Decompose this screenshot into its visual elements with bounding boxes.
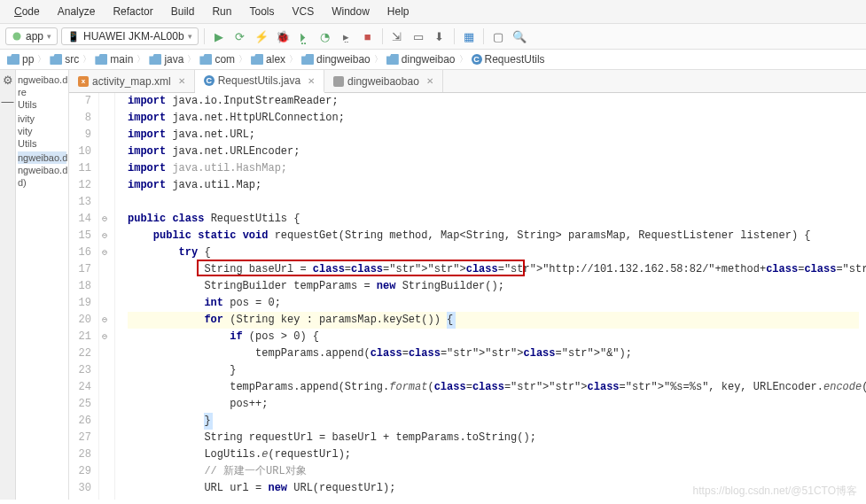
fold-toggle-icon[interactable]: ⊖ <box>102 228 107 244</box>
close-tab-icon[interactable]: ✕ <box>308 76 315 86</box>
line-number: 24 <box>69 379 91 396</box>
code-line[interactable]: import java.net.URLEncoder; <box>128 143 859 160</box>
code-line[interactable]: public class RequestUtils { <box>128 211 859 228</box>
breadcrumb-item[interactable]: java <box>149 53 183 66</box>
code-line[interactable]: StringBuilder tempParams = new StringBui… <box>128 278 859 295</box>
code-line[interactable]: public static void requestGet(String met… <box>128 228 859 244</box>
editor-tab[interactable]: dingweibaobao✕ <box>324 70 443 92</box>
code-line[interactable]: import java.net.URL; <box>128 127 859 143</box>
coverage-icon[interactable]: ⏵̤ <box>295 27 313 45</box>
fold-cell <box>99 463 114 480</box>
close-tab-icon[interactable]: ✕ <box>426 76 433 86</box>
menu-help[interactable]: Help <box>382 4 415 19</box>
line-number: 29 <box>69 463 91 480</box>
line-number: 11 <box>69 160 91 177</box>
fold-cell <box>99 93 114 110</box>
code-line[interactable]: import java.io.InputStreamReader; <box>128 93 859 110</box>
apply-code-icon[interactable]: ⚡ <box>253 27 270 45</box>
fold-cell <box>99 396 114 413</box>
code-line[interactable]: String requestUrl = baseUrl + tempParams… <box>128 430 859 446</box>
emulator-icon[interactable]: ▢ <box>489 27 507 45</box>
code-line[interactable]: pos++; <box>128 396 859 413</box>
code-editor[interactable]: 7891011121314151617181920212223242526272… <box>69 93 866 500</box>
menu-analyze[interactable]: Analyze <box>52 4 101 19</box>
stop-icon[interactable]: ■ <box>359 27 377 45</box>
run-icon[interactable]: ▶ <box>210 27 228 45</box>
structure-item[interactable]: vity <box>18 125 66 137</box>
close-tab-icon[interactable]: ✕ <box>178 76 185 86</box>
code-line[interactable] <box>128 194 859 211</box>
structure-item[interactable]: ngweibao.d <box>18 151 66 164</box>
profile-icon[interactable]: ◔ <box>316 27 334 45</box>
fold-toggle-icon[interactable]: ⊖ <box>102 211 107 228</box>
fold-toggle-icon[interactable]: ⊖ <box>102 244 107 261</box>
code-line[interactable]: LogUtils.e(requestUrl); <box>128 446 859 463</box>
code-line[interactable]: import java.util.Map; <box>128 177 859 194</box>
folder-icon <box>301 54 314 65</box>
breadcrumb-item[interactable]: CRequestUtils <box>472 53 545 66</box>
module-selector[interactable]: app ▾ <box>5 27 58 45</box>
code-content[interactable]: import java.io.InputStreamReader;import … <box>115 93 866 500</box>
code-line[interactable]: } <box>128 362 859 379</box>
fold-cell: ⊖ <box>99 312 114 329</box>
gear-icon[interactable]: ⚙ <box>3 74 13 87</box>
fold-toggle-icon[interactable]: ⊖ <box>102 329 107 345</box>
apply-changes-icon[interactable]: ⟳ <box>231 27 249 45</box>
structure-item[interactable]: ngweibao.d <box>18 164 66 176</box>
breadcrumb-label: com <box>215 53 235 66</box>
menu-window[interactable]: Window <box>326 4 375 19</box>
line-number: 20 <box>69 312 91 329</box>
editor-area: xactivity_map.xml✕CRequestUtils.java✕din… <box>69 70 866 500</box>
breadcrumb-item[interactable]: src <box>50 53 79 66</box>
search-everywhere-icon[interactable]: 🔍 <box>511 27 528 45</box>
code-line[interactable]: if (pos > 0) { <box>128 329 859 345</box>
avd-icon[interactable]: ▭ <box>410 27 427 45</box>
editor-tab[interactable]: CRequestUtils.java✕ <box>195 70 324 93</box>
code-line[interactable]: import java.net.HttpURLConnection; <box>128 110 859 127</box>
structure-item[interactable]: Utils <box>18 137 66 150</box>
menu-code[interactable]: Code <box>9 4 45 19</box>
folder-icon <box>7 54 20 65</box>
breadcrumb-item[interactable]: main <box>95 53 133 66</box>
attach-debugger-icon[interactable]: ▸̤ <box>338 27 355 45</box>
xml-icon: x <box>78 76 89 87</box>
debug-icon[interactable]: 🐞 <box>274 27 292 45</box>
sync-icon[interactable]: ⇲ <box>388 27 406 45</box>
menu-refactor[interactable]: Refactor <box>107 4 158 19</box>
breadcrumb-item[interactable]: dingweibao <box>386 53 456 66</box>
structure-item[interactable]: ivity <box>18 112 66 125</box>
code-line[interactable]: // 新建一个URL对象 <box>128 463 859 480</box>
code-line[interactable]: URL url = new URL(requestUrl); <box>128 480 859 497</box>
code-line[interactable]: tempParams.append(String.format(class=cl… <box>128 379 859 396</box>
code-line[interactable]: tempParams.append(class=class="str">"str… <box>128 345 859 362</box>
code-line[interactable]: } <box>128 413 859 430</box>
structure-item[interactable]: Utils <box>18 98 66 111</box>
breadcrumb-item[interactable]: dingweibao <box>301 53 371 66</box>
project-structure-icon[interactable]: ▦ <box>460 27 478 45</box>
device-selector[interactable]: 📱 HUAWEI JKM-AL00b ▾ <box>61 27 199 45</box>
code-line[interactable]: import java.util.HashMap; <box>128 160 859 177</box>
hide-icon[interactable]: — <box>2 94 14 108</box>
line-number: 15 <box>69 228 91 244</box>
line-number: 22 <box>69 345 91 362</box>
breadcrumb-item[interactable]: alex <box>251 53 285 66</box>
structure-item[interactable]: re <box>18 86 66 98</box>
structure-item[interactable]: d) <box>18 176 66 189</box>
line-number: 9 <box>69 127 91 143</box>
line-number: 16 <box>69 244 91 261</box>
structure-panel: ngweibao.dreUtilsivityvityUtilsngweibao.… <box>16 70 69 500</box>
breadcrumb-item[interactable]: com <box>199 53 235 66</box>
code-line[interactable]: for (String key : paramsMap.keySet()) { <box>128 312 859 329</box>
class-icon: C <box>204 75 215 86</box>
sdk-icon[interactable]: ⬇ <box>431 27 449 45</box>
menu-tools[interactable]: Tools <box>244 4 279 19</box>
structure-item[interactable]: ngweibao.d <box>18 74 66 86</box>
breadcrumb-item[interactable]: pp <box>7 53 34 66</box>
code-line[interactable]: int pos = 0; <box>128 295 859 312</box>
menu-run[interactable]: Run <box>207 4 237 19</box>
menu-vcs[interactable]: VCS <box>286 4 319 19</box>
fold-toggle-icon[interactable]: ⊖ <box>102 312 107 329</box>
breadcrumb-label: pp <box>22 53 34 66</box>
editor-tab[interactable]: xactivity_map.xml✕ <box>69 70 195 92</box>
menu-build[interactable]: Build <box>166 4 200 19</box>
